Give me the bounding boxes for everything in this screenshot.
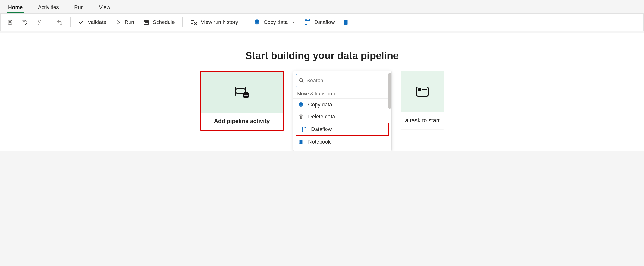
template-icon (416, 86, 429, 97)
svg-point-6 (146, 22, 146, 23)
scrollbar-thumb[interactable] (388, 73, 391, 109)
run-button[interactable]: Run (113, 17, 136, 27)
svg-rect-1 (9, 22, 12, 24)
svg-point-23 (300, 79, 303, 82)
svg-point-7 (147, 22, 148, 23)
brick-icon (344, 19, 348, 25)
copy-data-button[interactable]: Copy data ▼ (251, 17, 298, 28)
save-button[interactable] (5, 17, 15, 27)
search-input[interactable] (306, 77, 386, 84)
dropdown-section-title: Move & transform (293, 90, 391, 99)
undo-button[interactable] (54, 17, 65, 28)
svg-rect-33 (418, 88, 422, 91)
dropdown-item-copy-data[interactable]: Copy data (293, 99, 391, 111)
search-field-wrap[interactable] (296, 74, 388, 87)
undo-icon (56, 19, 63, 26)
svg-rect-34 (422, 89, 427, 90)
gear-icon (36, 19, 42, 25)
pipeline-plus-icon (234, 86, 250, 99)
play-icon (116, 19, 121, 25)
tab-view[interactable]: View (98, 2, 111, 14)
trash-icon (298, 114, 304, 120)
view-run-history-button[interactable]: View run history (188, 17, 240, 27)
svg-rect-16 (344, 20, 347, 25)
search-icon (299, 78, 304, 83)
more-activity-button[interactable] (342, 17, 350, 27)
schedule-button[interactable]: Schedule (141, 17, 177, 27)
tab-home[interactable]: Home (7, 2, 24, 14)
separator (49, 17, 49, 28)
svg-rect-35 (422, 90, 425, 91)
settings-button[interactable] (34, 17, 44, 27)
card-hero (401, 71, 444, 112)
activity-dropdown: Move & transform Copy data Delete data D… (293, 71, 391, 151)
chevron-down-icon: ▼ (292, 20, 295, 24)
svg-rect-17 (344, 20, 344, 22)
copy-data-label: Copy data (264, 19, 288, 25)
notebook-icon (298, 139, 304, 145)
save-icon (7, 19, 13, 25)
dropdown-item-notebook[interactable]: Notebook (293, 136, 391, 148)
dataflow-icon (304, 19, 311, 26)
page-title: Start building your data pipeline (0, 50, 644, 62)
svg-point-15 (305, 24, 307, 25)
main-canvas: Start building your data pipeline Add pi… (0, 33, 644, 151)
svg-rect-29 (299, 141, 300, 142)
ribbon-tabs: Home Activities Run View (0, 0, 644, 14)
svg-rect-0 (9, 20, 11, 21)
svg-rect-2 (23, 20, 25, 21)
check-icon (78, 19, 84, 25)
svg-point-5 (145, 22, 146, 23)
separator (70, 17, 70, 28)
svg-rect-9 (191, 22, 194, 22)
tab-run[interactable]: Run (73, 2, 84, 14)
ribbon-toolbar: Validate Run Schedule View run history C… (0, 14, 644, 31)
svg-rect-21 (236, 89, 245, 93)
svg-rect-10 (191, 24, 193, 24)
validate-label: Validate (88, 19, 106, 25)
svg-rect-18 (344, 23, 344, 24)
dropdown-item-dataflow[interactable]: Dataflow (296, 122, 389, 136)
dropdown-item-label: Dataflow (311, 126, 332, 132)
svg-point-27 (302, 130, 303, 132)
card-add-pipeline-activity[interactable]: Add pipeline activity (200, 71, 284, 131)
validate-button[interactable]: Validate (76, 17, 109, 27)
dataflow-button[interactable]: Dataflow (302, 17, 337, 28)
svg-rect-30 (299, 142, 300, 142)
svg-rect-8 (191, 20, 194, 20)
dropdown-item-label: Copy data (308, 102, 332, 108)
tab-activities[interactable]: Activities (37, 2, 60, 14)
card-label: a task to start (401, 112, 444, 129)
svg-point-3 (38, 21, 40, 23)
save-edit-icon (21, 19, 28, 25)
dropdown-item-label: Notebook (308, 139, 330, 145)
svg-rect-28 (300, 140, 303, 144)
card-label: Add pipeline activity (201, 112, 283, 130)
svg-rect-31 (299, 143, 300, 144)
separator (246, 17, 246, 28)
dropdown-item-delete-data[interactable]: Delete data (293, 111, 391, 122)
separator (182, 17, 183, 28)
history-list-icon (190, 19, 198, 25)
save-as-button[interactable] (19, 17, 30, 27)
calendar-icon (143, 19, 150, 25)
svg-point-14 (308, 19, 310, 21)
database-icon (254, 19, 260, 26)
dropdown-scrollbar[interactable] (388, 73, 391, 111)
schedule-label: Schedule (153, 19, 175, 25)
view-history-label: View run history (201, 19, 238, 25)
card-choose-task[interactable]: a task to start (401, 71, 444, 129)
card-hero (201, 72, 283, 112)
run-label: Run (124, 19, 134, 25)
card-row: Add pipeline activity Move & transform C… (0, 71, 644, 151)
dropdown-item-label: Delete data (308, 114, 335, 120)
svg-rect-32 (417, 87, 428, 96)
dataflow-icon (301, 126, 307, 132)
database-icon (298, 102, 304, 108)
dataflow-label: Dataflow (314, 19, 335, 25)
